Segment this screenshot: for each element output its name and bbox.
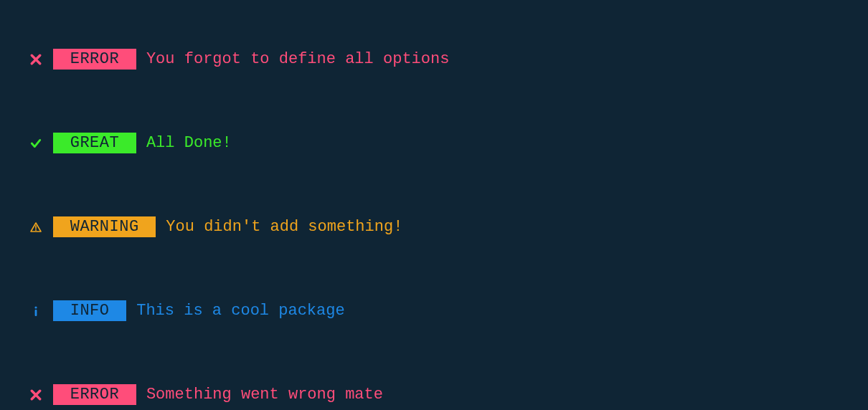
svg-point-2 (34, 306, 37, 308)
log-badge: ERROR (53, 384, 136, 405)
info-icon (29, 305, 43, 317)
log-line-success: GREAT All Done! (29, 133, 839, 153)
log-message: You forgot to define all options (146, 50, 449, 68)
log-line-info: INFO This is a cool package (29, 300, 839, 321)
log-message: Something went wrong mate (146, 386, 383, 404)
cross-icon (29, 54, 43, 65)
log-badge: WARNING (53, 216, 156, 237)
log-badge: ERROR (53, 49, 136, 70)
cross-icon (29, 389, 43, 401)
log-line-error: ERROR Something went wrong mate (29, 384, 839, 405)
log-message: All Done! (146, 134, 232, 152)
svg-rect-3 (35, 310, 37, 316)
log-line-error: ERROR You forgot to define all options (29, 49, 839, 70)
log-badge: GREAT (53, 133, 136, 153)
log-line-warning: WARNING You didn't add something! (29, 216, 839, 237)
check-icon (29, 138, 43, 149)
log-message: You didn't add something! (166, 218, 402, 236)
warning-icon (29, 221, 43, 233)
log-message: This is a cool package (136, 302, 344, 320)
log-badge: INFO (53, 300, 126, 321)
svg-point-1 (35, 229, 37, 231)
